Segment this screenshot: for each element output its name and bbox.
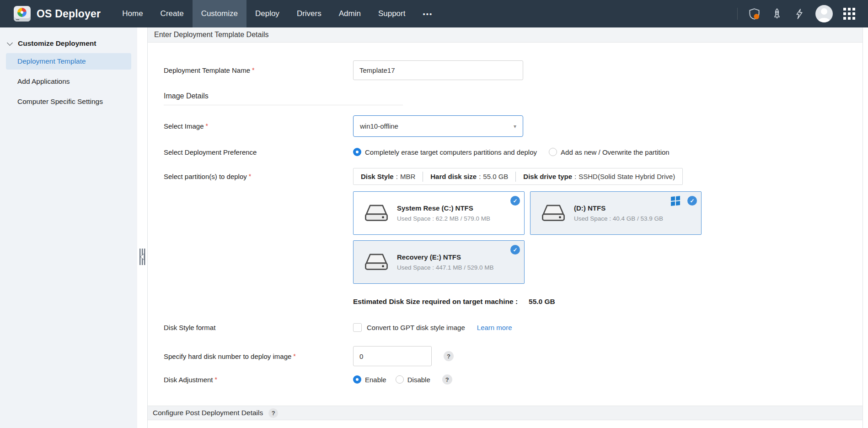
chevron-down-icon (7, 40, 13, 46)
select-image-value: win10-offline (360, 122, 398, 130)
hard-disk-number-input[interactable] (353, 346, 432, 366)
partitions-label: Select partition(s) to deploy* (164, 168, 353, 180)
nav-item-more-menu[interactable]: ••• (414, 0, 441, 27)
nav-item-deploy[interactable]: Deploy (246, 0, 288, 27)
sidebar-gutter (137, 27, 147, 428)
selected-check-icon[interactable]: ✓ (510, 245, 520, 255)
partition-used-space: Used Space : 62.2 MB / 579.0 MB (397, 215, 490, 222)
partition-card-info: System Rese (C:) NTFS Used Space : 62.2 … (397, 204, 490, 222)
disk-drive-type-segment: Disk drive type:SSHD(Solid State Hybrid … (516, 173, 682, 180)
radio-erase-and-deploy[interactable]: Completely erase target computers partit… (353, 148, 537, 156)
form-content: Deployment Template Name* Image Details … (148, 43, 863, 406)
radio-unselected-icon[interactable] (549, 148, 557, 156)
radio-enable[interactable]: Enable (353, 375, 386, 384)
help-icon[interactable]: ? (268, 408, 278, 418)
partition-used-space: Used Space : 447.1 MB / 529.0 MB (397, 264, 494, 271)
estimated-disk-size-value: 55.0 GB (529, 298, 555, 306)
help-icon[interactable]: ? (442, 374, 452, 385)
hard-disk-number-label: Specify hard disk number to deploy image… (164, 352, 353, 360)
radio-overwrite-label: Add as new / Overwrite the partition (561, 148, 670, 156)
template-name-label: Deployment Template Name* (164, 66, 353, 74)
selected-check-icon[interactable]: ✓ (510, 196, 520, 206)
nav-item-customize[interactable]: Customize (193, 0, 246, 27)
selected-check-icon[interactable]: ✓ (687, 196, 697, 206)
partitions-field: Disk Style:MBR Hard disk size:55.0 GB Di… (353, 168, 702, 306)
nav-item-support[interactable]: Support (370, 0, 414, 27)
gpt-convert-checkbox[interactable] (353, 323, 362, 332)
panel-header: Enter Deployment Template Details (148, 27, 863, 43)
main-nav: Home Create Customize Deploy Drivers Adm… (113, 0, 441, 27)
sidebar-group-customize-deployment[interactable]: Customize Deployment (0, 39, 137, 48)
required-marker: * (215, 376, 217, 383)
radio-disable[interactable]: Disable (396, 375, 430, 384)
radio-disable-label: Disable (407, 376, 430, 384)
radio-selected-icon[interactable] (353, 375, 361, 384)
hard-drive-icon (363, 203, 390, 223)
help-icon[interactable]: ? (444, 351, 454, 361)
learn-more-link[interactable]: Learn more (477, 324, 512, 331)
disk-info-bar: Disk Style:MBR Hard disk size:55.0 GB Di… (353, 168, 683, 185)
partition-card-info: (D:) NTFS Used Space : 40.4 GB / 53.9 GB (574, 204, 663, 222)
sidebar-group-label: Customize Deployment (18, 39, 96, 48)
dropdown-arrow-icon: ▾ (514, 123, 516, 130)
partition-card-recovery[interactable]: Recovery (E:) NTFS Used Space : 447.1 MB… (353, 240, 525, 284)
os-deployer-logo-icon (14, 6, 31, 22)
required-marker: * (206, 122, 208, 130)
top-navbar: OS Deployer Home Create Customize Deploy… (0, 0, 868, 27)
required-marker: * (249, 173, 251, 180)
main-panel: Enter Deployment Template Details Deploy… (147, 27, 863, 428)
radio-add-or-overwrite[interactable]: Add as new / Overwrite the partition (549, 148, 670, 156)
partition-card-system-reserve[interactable]: System Rese (C:) NTFS Used Space : 62.2 … (353, 191, 525, 235)
security-shield-icon[interactable] (748, 8, 761, 20)
nav-item-drivers[interactable]: Drivers (288, 0, 330, 27)
brand[interactable]: OS Deployer (0, 0, 113, 27)
hard-disk-number-row: Specify hard disk number to deploy image… (164, 346, 863, 366)
partition-cards: System Rese (C:) NTFS Used Space : 62.2 … (353, 191, 702, 284)
hard-drive-icon (363, 252, 390, 272)
select-image-dropdown[interactable]: win10-offline ▾ (353, 115, 523, 137)
navbar-divider (737, 8, 738, 20)
partition-title: (D:) NTFS (574, 204, 663, 212)
disk-style-format-row: Disk Style format Convert to GPT disk st… (164, 323, 863, 332)
partitions-row: Select partition(s) to deploy* Disk Styl… (164, 168, 863, 306)
sidebar-item-add-applications[interactable]: Add Applications (6, 73, 131, 90)
radio-enable-label: Enable (365, 376, 386, 384)
deployment-preference-options: Completely erase target computers partit… (353, 148, 670, 156)
radio-unselected-icon[interactable] (396, 375, 404, 384)
deployment-preference-label: Select Deployment Preference (164, 148, 353, 156)
sidebar: Customize Deployment Deployment Template… (0, 27, 137, 428)
nav-item-create[interactable]: Create (152, 0, 193, 27)
navbar-right-actions (737, 0, 868, 27)
sidebar-collapse-handle[interactable] (139, 247, 146, 268)
select-image-label: Select Image* (164, 122, 353, 130)
avatar-head (821, 8, 827, 15)
post-deployment-section-header: Configure Post Deployment Details ? (148, 406, 863, 420)
nav-item-admin[interactable]: Admin (330, 0, 370, 27)
template-name-input[interactable] (353, 60, 523, 80)
estimated-disk-size-label: Estimated Disk Size required on target m… (353, 298, 518, 306)
disk-style-format-label: Disk Style format (164, 324, 353, 331)
select-image-row: Select Image* win10-offline ▾ (164, 115, 863, 137)
post-deployment-heading: Configure Post Deployment Details (153, 409, 263, 417)
windows-logo-icon (671, 196, 680, 206)
radio-selected-icon[interactable] (353, 148, 361, 156)
sidebar-item-deployment-template[interactable]: Deployment Template (6, 53, 131, 70)
partition-card-d-drive[interactable]: (D:) NTFS Used Space : 40.4 GB / 53.9 GB… (530, 191, 702, 235)
sidebar-item-computer-specific-settings[interactable]: Computer Specific Settings (6, 93, 131, 110)
panel-header-title: Enter Deployment Template Details (154, 31, 269, 39)
logo-center-dot (21, 11, 23, 14)
deployment-preference-row: Select Deployment Preference Completely … (164, 148, 863, 156)
footer-spacer (148, 420, 863, 428)
nav-item-home[interactable]: Home (113, 0, 151, 27)
partition-title: System Rese (C:) NTFS (397, 204, 490, 212)
user-avatar[interactable] (815, 5, 833, 22)
page-shell: Customize Deployment Deployment Template… (0, 27, 868, 428)
app-grid-icon[interactable] (843, 8, 855, 20)
hard-drive-icon (540, 203, 567, 223)
lightning-bolt-icon[interactable] (793, 8, 805, 20)
logo-drive-slot (16, 19, 19, 20)
disk-adjustment-row: Disk Adjustment* Enable Disable ? (164, 374, 863, 385)
gpt-convert-label: Convert to GPT disk style image (367, 324, 465, 331)
required-marker: * (252, 66, 254, 74)
rocket-icon[interactable] (771, 8, 783, 20)
